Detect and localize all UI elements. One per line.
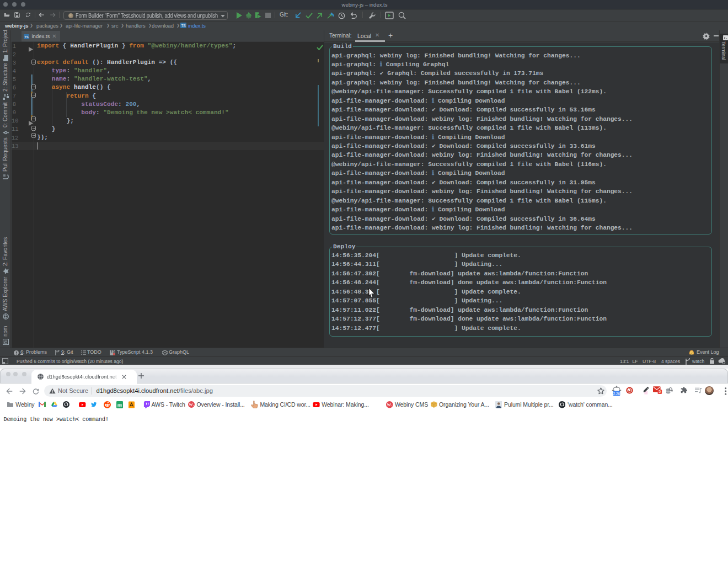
svg-text:TS: TS [24,35,29,39]
svg-text:2.26: 2.26 [613,392,620,396]
svg-text:5: 5 [659,390,661,393]
svg-text:TS: TS [181,24,186,28]
